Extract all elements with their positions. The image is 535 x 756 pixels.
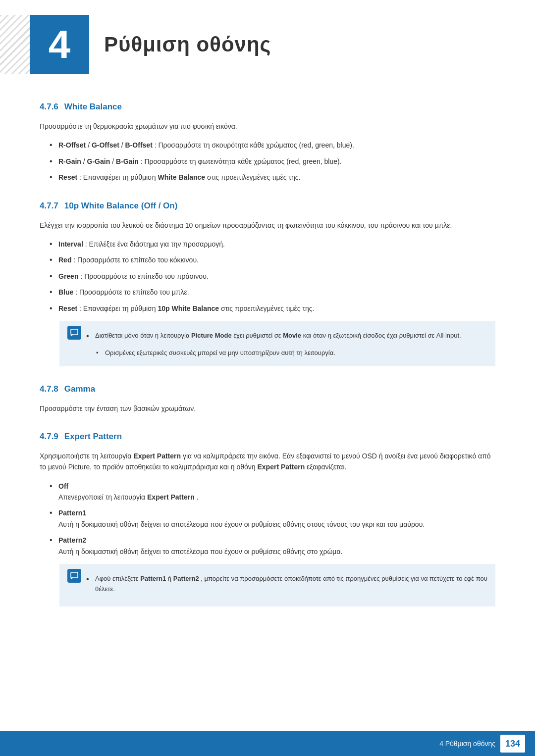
note-479-content: Αφού επιλέξετε Pattern1 ή Pattern2 , μπο… <box>86 569 487 602</box>
note-479-text-a: Αφού επιλέξετε <box>95 575 140 582</box>
section-478-title: Gamma <box>64 384 95 394</box>
note-479-pattern2-ref: Pattern2 <box>173 575 199 582</box>
desc-479-pattern1: Αυτή η δοκιμαστική οθόνη δείχνει το αποτ… <box>58 520 425 528</box>
term-b-gain: B-Gain <box>116 157 139 165</box>
section-477-body: Ελέγχει την ισορροπία του λευκού σε διάσ… <box>40 220 495 231</box>
term-g-offset: G-Offset <box>92 141 119 149</box>
section-476-number: 4.7.6 <box>40 102 58 112</box>
desc-479-off-period: . <box>197 493 199 501</box>
bullet-476-2: R-Gain / G-Gain / B-Gain : Προσαρμόστε τ… <box>50 156 495 167</box>
desc-476-3b: στις προεπιλεγμένες τιμές της. <box>207 173 300 181</box>
svg-rect-2 <box>71 572 78 578</box>
section-479-heading: 4.7.9 Expert Pattern <box>40 432 495 442</box>
section-477-title: 10p White Balance (Off / On) <box>64 201 178 211</box>
section-479-text-a: Χρησιμοποιήστε τη λειτουργία <box>40 452 133 460</box>
note-479-bullet-1: Αφού επιλέξετε Pattern1 ή Pattern2 , μπο… <box>86 574 487 595</box>
note-box-477: Διατίθεται μόνο όταν η λειτουργία Pictur… <box>59 321 495 366</box>
note-icon-479 <box>67 569 81 583</box>
term-pattern2: Pattern2 <box>58 536 86 544</box>
desc-477-1: : Επιλέξτε ένα διάστημα για την προσαρμο… <box>85 240 225 248</box>
term-expert-pattern-ref: Expert Pattern <box>147 493 195 501</box>
desc-477-4: : Προσαρμόστε το επίπεδο του μπλε. <box>75 288 189 296</box>
bullet-477-green: Green : Προσαρμόστε το επίπεδο του πράσι… <box>50 271 495 282</box>
note-svg-icon <box>70 328 79 337</box>
note-477-bullet-1: Διατίθεται μόνο όταν η λειτουργία Pictur… <box>86 331 487 341</box>
section-479-bullets: Off Απενεργοποιεί τη λειτουργία Expert P… <box>50 481 495 557</box>
note-svg-icon-479 <box>70 571 79 580</box>
footer-page-number: 134 <box>500 735 525 753</box>
term-reset-477: Reset <box>58 304 77 312</box>
note-477-text-1b: έχει ρυθμιστεί σε <box>233 332 283 339</box>
term-reset-476: Reset <box>58 173 77 181</box>
sep-4: / <box>112 157 116 165</box>
term-blue: Blue <box>58 288 73 296</box>
bullet-477-blue: Blue : Προσαρμόστε το επίπεδο του μπλε. <box>50 287 495 298</box>
bullet-479-pattern1: Pattern1 Αυτή η δοκιμαστική οθόνη δείχνε… <box>50 507 495 530</box>
note-477-sub-1: Ορισμένες εξωτερικές συσκευές μπορεί να … <box>96 348 487 358</box>
desc-479-off: Απενεργοποιεί τη λειτουργία <box>58 493 147 501</box>
section-476-heading: 4.7.6 White Balance <box>40 102 495 112</box>
note-box-479: Αφού επιλέξετε Pattern1 ή Pattern2 , μπο… <box>59 564 495 606</box>
page-wrapper: 4 Ρύθμιση οθόνης 4.7.6 White Balance Προ… <box>0 0 535 756</box>
chapter-number-block: 4 <box>30 15 89 74</box>
note-477-content: Διατίθεται μόνο όταν η λειτουργία Pictur… <box>86 326 487 361</box>
svg-rect-0 <box>71 329 78 335</box>
sep-3: / <box>83 157 87 165</box>
main-content: 4.7.6 White Balance Προσαρμόστε τη θερμο… <box>0 102 535 606</box>
term-pattern1: Pattern1 <box>58 509 86 517</box>
desc-477-5b: στις προεπιλεγμένες τιμές της. <box>221 304 314 312</box>
section-477-number: 4.7.7 <box>40 201 58 211</box>
page-footer: 4 Ρύθμιση οθόνης 134 <box>0 731 535 756</box>
term-interval: Interval <box>58 240 83 248</box>
sep-2: / <box>121 141 125 149</box>
note-479-text-b: ή <box>168 575 173 582</box>
bullet-477-interval: Interval : Επιλέξτε ένα διάστημα για την… <box>50 239 495 250</box>
term-green: Green <box>58 272 78 280</box>
desc-479-pattern2: Αυτή η δοκιμαστική οθόνη δείχνει το αποτ… <box>58 548 342 555</box>
chapter-title: Ρύθμιση οθόνης <box>104 33 271 56</box>
note-477-bullets: Διατίθεται μόνο όταν η λειτουργία Pictur… <box>86 331 487 341</box>
term-10pwb-ref: 10p White Balance <box>158 304 219 312</box>
term-g-gain: G-Gain <box>87 157 110 165</box>
term-wb-ref: White Balance <box>158 173 205 181</box>
header-left: 4 <box>0 15 104 74</box>
note-477-text-1a: Διατίθεται μόνο όταν η λειτουργία <box>95 332 191 339</box>
bullet-477-red: Red : Προσαρμόστε το επίπεδο του κόκκινο… <box>50 254 495 265</box>
section-479-expert-pattern-ref: Expert Pattern <box>133 452 181 460</box>
note-477-sub-bullets: Ορισμένες εξωτερικές συσκευές μπορεί να … <box>96 348 487 358</box>
section-476-body: Προσαρμόστε τη θερμοκρασία χρωμάτων για … <box>40 121 495 132</box>
section-478-heading: 4.7.8 Gamma <box>40 384 495 394</box>
section-476-bullets: R-Offset / G-Offset / B-Offset : Προσαρμ… <box>50 140 495 183</box>
term-r-offset: R-Offset <box>58 141 86 149</box>
note-479-bullets: Αφού επιλέξετε Pattern1 ή Pattern2 , μπο… <box>86 574 487 595</box>
page-header: 4 Ρύθμιση οθόνης <box>0 0 535 84</box>
section-478-number: 4.7.8 <box>40 384 58 394</box>
desc-477-3: : Προσαρμόστε το επίπεδο του πράσινου. <box>80 272 208 280</box>
bullet-476-3: Reset : Επαναφέρει τη ρύθμιση White Bala… <box>50 172 495 183</box>
section-479-title: Expert Pattern <box>64 432 122 442</box>
desc-476-2: : Προσαρμόστε τη φωτεινότητα κάθε χρώματ… <box>141 157 342 165</box>
desc-476-3: : Επαναφέρει τη ρύθμιση <box>79 173 158 181</box>
desc-476-1: : Προσαρμόστε τη σκουρότητα κάθε χρώματο… <box>155 141 354 149</box>
section-476-title: White Balance <box>64 102 122 112</box>
section-479-number: 4.7.9 <box>40 432 58 442</box>
term-r-gain: R-Gain <box>58 157 81 165</box>
section-477-heading: 4.7.7 10p White Balance (Off / On) <box>40 201 495 211</box>
section-477-bullets: Interval : Επιλέξτε ένα διάστημα για την… <box>50 239 495 314</box>
term-off: Off <box>58 482 68 490</box>
note-477-picture-mode: Picture Mode <box>191 332 232 339</box>
note-477-text-1c: και όταν η εξωτερική είσοδος έχει ρυθμισ… <box>303 332 461 339</box>
bullet-479-pattern2: Pattern2 Αυτή η δοκιμαστική οθόνη δείχνε… <box>50 535 495 557</box>
footer-text: 4 Ρύθμιση οθόνης <box>439 740 495 748</box>
note-477-sub-text: Ορισμένες εξωτερικές συσκευές μπορεί να … <box>105 349 335 356</box>
note-icon-477 <box>67 326 81 340</box>
chapter-number: 4 <box>49 22 71 67</box>
term-red: Red <box>58 256 71 264</box>
desc-477-2: : Προσαρμόστε το επίπεδο του κόκκινου. <box>73 256 199 264</box>
sep-1: / <box>88 141 92 149</box>
section-478-body: Προσαρμόστε την ένταση των βασικών χρωμά… <box>40 403 495 414</box>
bullet-477-reset: Reset : Επαναφέρει τη ρύθμιση 10p White … <box>50 303 495 314</box>
bullet-479-off: Off Απενεργοποιεί τη λειτουργία Expert P… <box>50 481 495 503</box>
note-479-pattern1-ref: Pattern1 <box>140 575 166 582</box>
term-b-offset: B-Offset <box>125 141 153 149</box>
